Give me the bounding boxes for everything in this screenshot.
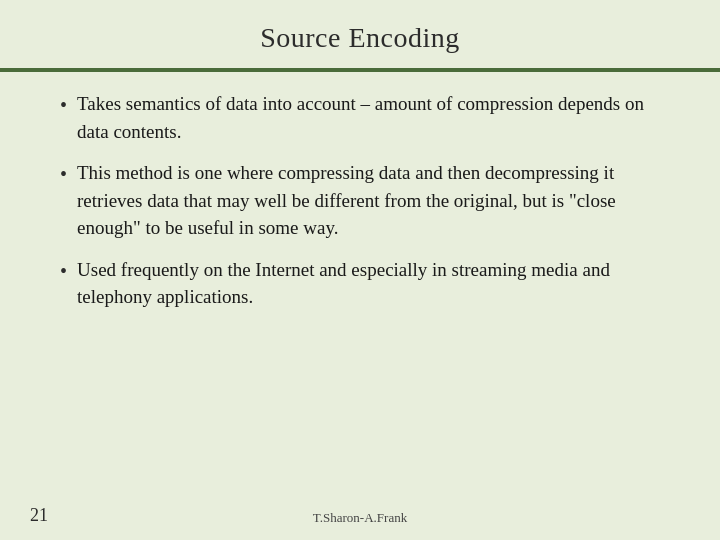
bullet-text-2: This method is one where compressing dat…	[77, 159, 660, 242]
bullet-dot-1: •	[60, 91, 67, 119]
slide: Source Encoding • Takes semantics of dat…	[0, 0, 720, 540]
slide-number: 21	[30, 505, 48, 526]
footer-credit: T.Sharon-A.Frank	[313, 510, 407, 526]
bullet-item-3: • Used frequently on the Internet and es…	[60, 256, 660, 311]
bullet-item-1: • Takes semantics of data into account –…	[60, 90, 660, 145]
footer-area: 21 T.Sharon-A.Frank	[0, 502, 720, 540]
content-area: • Takes semantics of data into account –…	[0, 72, 720, 502]
bullet-dot-2: •	[60, 160, 67, 188]
bullet-text-1: Takes semantics of data into account – a…	[77, 90, 660, 145]
bullet-item-2: • This method is one where compressing d…	[60, 159, 660, 242]
bullet-dot-3: •	[60, 257, 67, 285]
bullet-text-3: Used frequently on the Internet and espe…	[77, 256, 660, 311]
title-area: Source Encoding	[0, 0, 720, 62]
slide-title: Source Encoding	[60, 22, 660, 54]
